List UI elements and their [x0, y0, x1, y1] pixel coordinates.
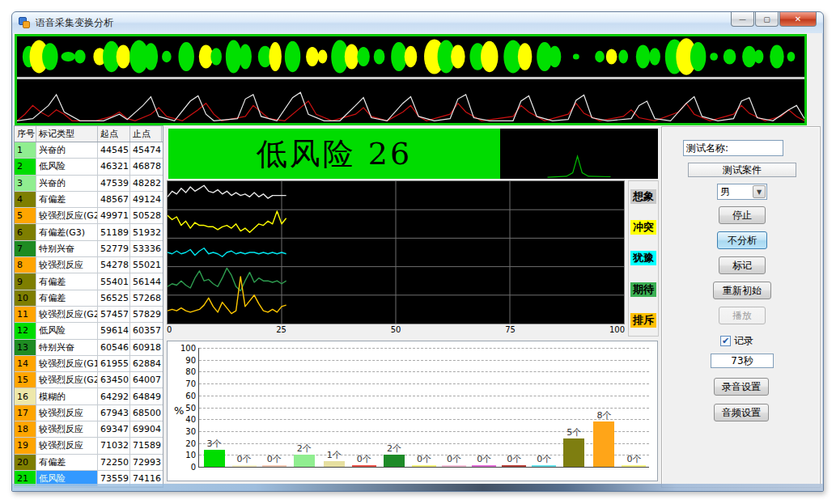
marker-type-cell[interactable]: 低风险 — [36, 323, 98, 338]
marker-type-cell[interactable]: 较强烈反应(G2)(G3 — [36, 208, 98, 223]
row-number-cell[interactable]: 2 — [15, 159, 36, 174]
row-number-cell[interactable]: 7 — [15, 241, 36, 256]
column-header[interactable]: 起点 — [98, 126, 130, 142]
table-row[interactable]: 5较强烈反应(G2)(G34997150528 — [15, 208, 163, 224]
row-number-cell[interactable]: 1 — [15, 142, 36, 158]
marker-type-cell[interactable]: 较强烈反应 — [36, 405, 98, 421]
table-row[interactable]: 6有偏差(G3)5118951932 — [15, 224, 163, 240]
end-cell[interactable]: 49124 — [130, 192, 162, 207]
marker-type-cell[interactable]: 有偏差 — [36, 290, 98, 306]
row-number-cell[interactable]: 14 — [15, 356, 36, 371]
table-row[interactable]: 20有偏差7225072993 — [15, 455, 163, 471]
start-cell[interactable]: 52779 — [98, 241, 130, 256]
row-number-cell[interactable]: 8 — [15, 257, 36, 273]
row-number-cell[interactable]: 17 — [15, 405, 36, 421]
duration-field[interactable]: 73秒 — [711, 354, 774, 368]
column-header[interactable]: 止点 — [130, 126, 162, 142]
row-number-cell[interactable]: 15 — [15, 372, 36, 388]
chevron-down-icon[interactable]: ▼ — [753, 185, 766, 198]
start-cell[interactable]: 61955 — [98, 356, 130, 371]
maximize-button[interactable]: ▢ — [755, 12, 779, 27]
start-cell[interactable]: 67943 — [98, 405, 130, 421]
start-cell[interactable]: 55401 — [98, 273, 130, 289]
marker-type-cell[interactable]: 有偏差 — [36, 455, 98, 470]
row-number-cell[interactable]: 4 — [15, 192, 36, 207]
end-cell[interactable]: 64849 — [130, 388, 162, 404]
no-analyze-button[interactable]: 不分析 — [717, 231, 767, 249]
column-header[interactable]: 序号 — [15, 126, 36, 142]
end-cell[interactable]: 50528 — [130, 208, 162, 223]
gender-combobox[interactable]: 男 ▼ — [717, 184, 767, 200]
table-row[interactable]: 4有偏差4856749124 — [15, 192, 163, 208]
end-cell[interactable]: 60918 — [130, 340, 162, 355]
start-cell[interactable]: 51189 — [98, 224, 130, 239]
marker-type-cell[interactable]: 模糊的 — [36, 388, 98, 404]
start-cell[interactable]: 63450 — [98, 372, 130, 388]
end-cell[interactable]: 55021 — [130, 257, 162, 273]
stop-button[interactable]: 停止 — [719, 206, 766, 224]
start-cell[interactable]: 72250 — [98, 455, 130, 470]
marker-type-cell[interactable]: 较强烈反应 — [36, 438, 98, 453]
row-number-cell[interactable]: 20 — [15, 455, 36, 470]
row-number-cell[interactable]: 18 — [15, 421, 36, 437]
start-cell[interactable]: 69347 — [98, 421, 130, 437]
end-cell[interactable]: 57829 — [130, 307, 162, 322]
end-cell[interactable]: 69904 — [130, 421, 162, 437]
end-cell[interactable]: 60357 — [130, 323, 162, 338]
row-number-cell[interactable]: 13 — [15, 340, 36, 355]
row-number-cell[interactable]: 19 — [15, 438, 36, 453]
marker-type-cell[interactable]: 较强烈反应 — [36, 257, 98, 273]
table-row[interactable]: 3兴奋的4753948282 — [15, 176, 163, 192]
row-number-cell[interactable]: 6 — [15, 224, 36, 239]
marker-type-cell[interactable]: 特别兴奋 — [36, 241, 98, 256]
table-row[interactable]: 15较强烈反应(G2)6345064007 — [15, 372, 163, 388]
start-cell[interactable]: 59614 — [98, 323, 130, 338]
marker-type-cell[interactable]: 较强烈反应 — [36, 421, 98, 437]
end-cell[interactable]: 71589 — [130, 438, 162, 453]
marker-type-cell[interactable]: 有偏差 — [36, 192, 98, 207]
end-cell[interactable]: 68500 — [130, 405, 162, 421]
row-number-cell[interactable]: 3 — [15, 176, 36, 191]
play-button[interactable]: 播放 — [719, 307, 766, 324]
start-cell[interactable]: 56525 — [98, 290, 130, 306]
column-header[interactable]: 标记类型 — [36, 126, 98, 142]
table-row[interactable]: 17较强烈反应6794368500 — [15, 405, 163, 421]
table-row[interactable]: 7特别兴奋5277953336 — [15, 241, 163, 257]
marker-type-cell[interactable]: 较强烈反应(G2) — [36, 372, 98, 388]
start-cell[interactable]: 47539 — [98, 176, 130, 191]
table-row[interactable]: 10有偏差5652557268 — [15, 290, 163, 307]
table-row[interactable]: 2低风险4632146878 — [15, 159, 163, 175]
start-cell[interactable]: 48567 — [98, 192, 130, 207]
minimize-button[interactable]: — — [731, 12, 754, 27]
marker-type-cell[interactable]: 较强烈反应(G1)(G2 — [36, 356, 98, 371]
table-row[interactable]: 1兴奋的4454545474 — [15, 142, 163, 159]
start-cell[interactable]: 49971 — [98, 208, 130, 223]
start-cell[interactable]: 71032 — [98, 438, 130, 453]
table-row[interactable]: 18较强烈反应6934769904 — [15, 421, 163, 438]
end-cell[interactable]: 51932 — [130, 224, 162, 239]
start-cell[interactable]: 44545 — [98, 142, 130, 158]
table-row[interactable]: 8较强烈反应5427855021 — [15, 257, 163, 273]
end-cell[interactable]: 64007 — [130, 372, 162, 388]
start-cell[interactable]: 60546 — [98, 340, 130, 355]
end-cell[interactable]: 45474 — [130, 142, 162, 158]
start-cell[interactable]: 64292 — [98, 388, 130, 404]
marker-type-cell[interactable]: 低风险 — [36, 159, 98, 174]
end-cell[interactable]: 48282 — [130, 176, 162, 191]
table-row[interactable]: 14较强烈反应(G1)(G26195562884 — [15, 356, 163, 372]
marker-type-cell[interactable]: 较强烈反应(G2) — [36, 307, 98, 322]
end-cell[interactable]: 57268 — [130, 290, 162, 306]
table-row[interactable]: 11较强烈反应(G2)5745757829 — [15, 307, 163, 323]
close-button[interactable]: ✕ — [779, 12, 817, 27]
marker-type-cell[interactable]: 兴奋的 — [36, 142, 98, 158]
marker-type-cell[interactable]: 兴奋的 — [36, 176, 98, 191]
record-settings-button[interactable]: 录音设置 — [714, 378, 769, 396]
record-checkbox[interactable]: ✔ 记录 — [720, 334, 753, 348]
row-number-cell[interactable]: 11 — [15, 307, 36, 322]
table-row[interactable]: 9有偏差5540156144 — [15, 273, 163, 290]
audio-settings-button[interactable]: 音频设置 — [714, 404, 769, 421]
test-case-button[interactable]: 测试案件 — [688, 163, 796, 177]
row-number-cell[interactable]: 16 — [15, 388, 36, 404]
end-cell[interactable]: 56144 — [130, 273, 162, 289]
row-number-cell[interactable]: 12 — [15, 323, 36, 338]
